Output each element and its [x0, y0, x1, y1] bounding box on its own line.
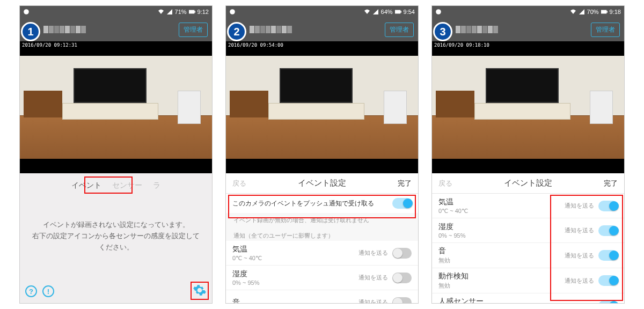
clock-text: 9:54 — [404, 9, 415, 15]
video-timestamp: 2016/09/20 09:12:31 — [21, 42, 78, 48]
settings-title: イベント設定 — [504, 178, 552, 188]
toggle-humidity[interactable] — [392, 273, 412, 283]
title-blur — [456, 26, 498, 33]
settings-nav: 戻る イベント設定 完了 — [432, 173, 624, 194]
svg-point-0 — [24, 9, 29, 14]
battery-text: 64% — [381, 9, 393, 15]
svg-rect-8 — [606, 11, 608, 12]
wifi-icon — [570, 9, 576, 15]
admin-button[interactable]: 管理者 — [591, 23, 620, 37]
toggle-sound[interactable] — [392, 297, 412, 304]
help-icon[interactable]: ? — [25, 285, 37, 297]
swirl-icon — [435, 9, 442, 15]
svg-rect-5 — [400, 11, 401, 12]
video-timestamp: 2016/09/20 09:18:10 — [433, 42, 491, 48]
battery-icon — [395, 9, 401, 15]
row-sound[interactable]: 音 通知を送る — [226, 290, 418, 303]
camera-preview[interactable]: 2016/09/20 09:12:31 — [20, 41, 212, 173]
signal-icon — [166, 9, 173, 15]
step-badge: 1 — [21, 22, 40, 41]
app-header: 2 管理者 — [226, 18, 418, 41]
signal-icon — [579, 9, 585, 15]
row-temperature[interactable]: 気温0℃ ~ 40℃ 通知を送る — [226, 241, 418, 266]
app-header: 3 管理者 — [432, 18, 624, 41]
title-blur — [43, 26, 86, 33]
swirl-icon — [229, 9, 236, 15]
phone-screen-3: 70% 9:18 3 管理者 2016/09/20 09:18:10 戻る イベ… — [431, 5, 625, 304]
phone-screen-1: 71% 9:12 1 管理者 2016/09/20 09:12:31 イベント … — [19, 5, 213, 304]
status-bar: 71% 9:12 — [20, 6, 212, 18]
lower-panel: イベント センサー ラ イベントが録画されない設定になっています。 右下の設定ア… — [20, 173, 212, 303]
battery-text: 71% — [175, 9, 187, 15]
battery-icon — [189, 9, 195, 15]
lower-panel: 戻る イベント設定 完了 このカメラのイベントをプッシュ通知で受け取る イベント… — [226, 173, 418, 303]
signal-icon — [372, 9, 379, 15]
settings-nav: 戻る イベント設定 完了 — [226, 173, 418, 194]
done-button[interactable]: 完了 — [604, 179, 618, 188]
note-all-users: 通知（全てのユーザーに影響します） — [226, 225, 418, 241]
highlight-push — [228, 195, 416, 218]
lower-panel: 戻る イベント設定 完了 気温0℃ ~ 40℃ 通知を送る 湿度0% ~ 95%… — [432, 173, 624, 303]
back-button[interactable]: 戻る — [438, 179, 452, 188]
app-header: 1 管理者 — [20, 18, 212, 41]
back-button[interactable]: 戻る — [232, 179, 246, 188]
step-badge: 2 — [227, 22, 246, 41]
swirl-icon — [23, 9, 30, 15]
bottom-toolbar: ? ! — [20, 279, 212, 303]
camera-preview[interactable]: 2016/09/20 09:18:10 — [432, 41, 624, 173]
admin-button[interactable]: 管理者 — [385, 23, 414, 37]
highlight-tab — [84, 176, 133, 194]
svg-rect-1 — [189, 10, 194, 14]
wifi-icon — [158, 9, 164, 15]
svg-point-3 — [230, 9, 235, 14]
camera-preview[interactable]: 2016/09/20 09:54:00 — [226, 41, 418, 173]
svg-point-6 — [436, 9, 441, 14]
info-icon[interactable]: ! — [42, 285, 54, 297]
toggle-temperature[interactable] — [392, 248, 412, 259]
clock-text: 9:12 — [197, 9, 209, 15]
battery-icon — [601, 9, 608, 15]
svg-rect-7 — [601, 10, 606, 14]
svg-rect-2 — [194, 11, 195, 12]
title-blur — [250, 26, 292, 33]
settings-title: イベント設定 — [298, 178, 346, 188]
svg-rect-4 — [395, 10, 400, 14]
video-timestamp: 2016/09/20 09:54:00 — [227, 42, 284, 48]
highlight-gear — [191, 282, 209, 300]
phone-screen-2: 64% 9:54 2 管理者 2016/09/20 09:54:00 戻る イベ… — [225, 5, 419, 304]
battery-text: 70% — [587, 9, 599, 15]
tab-live[interactable]: ラ — [153, 181, 160, 190]
empty-message: イベントが録画されない設定になっています。 右下の設定アイコンから各センサーの感… — [20, 195, 212, 253]
row-humidity[interactable]: 湿度0% ~ 95% 通知を送る — [226, 266, 418, 290]
wifi-icon — [364, 9, 370, 15]
status-bar: 64% 9:54 — [226, 6, 418, 18]
clock-text: 9:18 — [610, 9, 621, 15]
highlight-toggles — [550, 195, 623, 301]
step-badge: 3 — [433, 22, 452, 41]
admin-button[interactable]: 管理者 — [179, 23, 208, 37]
done-button[interactable]: 完了 — [398, 179, 412, 188]
status-bar: 70% 9:18 — [432, 6, 624, 18]
